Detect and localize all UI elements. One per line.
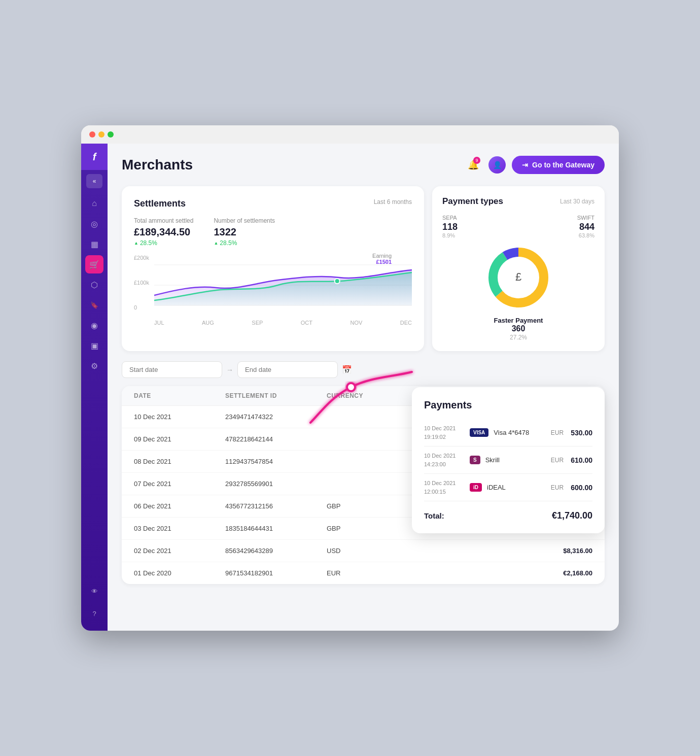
x-nov: NOV [350, 320, 362, 326]
user-avatar[interactable]: 👤 [488, 156, 506, 174]
table-row[interactable]: 02 Dec 2021 8563429643289 USD $8,316.00 [122, 540, 605, 562]
col-date: Date [134, 392, 225, 399]
payment-types-legend: SEPA 118 8.9% SWIFT 844 63.8% [442, 215, 594, 238]
sidebar-bottom: 👁 ? [85, 582, 103, 631]
payment-types-card: Payment types Last 30 days SEPA 118 8.9%… [432, 186, 605, 351]
browser-titlebar [81, 125, 619, 144]
sidebar-collapse-button[interactable]: « [86, 174, 102, 188]
total-value: £189,344.50 [134, 226, 193, 238]
faster-value: 360 [512, 324, 526, 333]
sidebar-item-settings[interactable]: ⚙ [85, 357, 103, 375]
sidebar-item-table[interactable]: ▦ [85, 235, 103, 253]
payment-types-header: Payment types Last 30 days [442, 196, 594, 207]
payment-date-1: 10 Dec 202119:19:02 [424, 424, 465, 441]
skrill-badge: S [470, 456, 480, 464]
row-amount: €2,168.00 [511, 569, 592, 577]
table-row[interactable]: 01 Dec 2020 9671534182901 EUR €2,168.00 [122, 562, 605, 584]
payments-total: Total: €1,740.00 [424, 503, 592, 521]
stat-total: Total ammount settled £189,344.50 28.5% [134, 217, 193, 247]
page-header: Merchants 🔔 9 👤 ⇥ Go to the Gateway [122, 156, 605, 174]
notification-button[interactable]: 🔔 9 [464, 156, 482, 174]
donut-chart: £ [442, 245, 594, 311]
sidebar-item-eye[interactable]: 👁 [85, 582, 103, 600]
swift-name: SWIFT [577, 215, 594, 221]
faster-pct: 27.2% [510, 334, 527, 341]
settings-icon: ⚙ [91, 361, 98, 371]
row-date: 07 Dec 2021 [134, 480, 225, 488]
payment-amount-3: 600.00 [571, 484, 592, 492]
eye-icon: 👁 [91, 588, 98, 595]
sidebar-item-merchants[interactable]: 🛒 [85, 255, 103, 273]
login-icon: ⇥ [522, 161, 528, 169]
count-value: 1322 [214, 226, 275, 238]
sidebar-item-help[interactable]: ? [85, 604, 103, 623]
payment-item-3[interactable]: 10 Dec 202112:00:15 iD iDEAL EUR 600.00 [424, 474, 592, 501]
skrill-name: Skrill [485, 456, 546, 464]
notification-badge: 9 [473, 157, 480, 164]
payment-item-1[interactable]: 10 Dec 202119:19:02 VISA Visa 4*6478 EUR… [424, 419, 592, 446]
cards-row: Settlements Last 6 months Total ammount … [122, 186, 605, 351]
visa-name: Visa 4*6478 [494, 429, 545, 436]
end-date-input[interactable] [237, 361, 338, 378]
calendar-icon[interactable]: 📅 [342, 365, 352, 374]
sidebar-item-chart[interactable]: ◉ [85, 316, 103, 334]
chevron-left-icon: « [93, 178, 96, 185]
payment-amount-1: 530.00 [571, 429, 592, 437]
visa-badge: VISA [470, 428, 488, 437]
settlements-title: Settlements [134, 198, 186, 209]
help-icon: ? [92, 610, 96, 617]
ideal-name: iDEAL [487, 484, 546, 491]
row-date: 10 Dec 2021 [134, 413, 225, 421]
row-date: 01 Dec 2020 [134, 569, 225, 577]
payment-types-title: Payment types [442, 196, 503, 207]
settlements-card-header: Settlements Last 6 months [134, 198, 412, 209]
sidebar-item-home[interactable]: ⌂ [85, 194, 103, 213]
swift-value: 844 [577, 222, 594, 232]
sidebar-logo[interactable]: f [81, 144, 108, 170]
payment-date-2: 10 Dec 202114:23:00 [424, 452, 465, 468]
total-change: 28.5% [134, 239, 193, 247]
sidebar-item-coins[interactable]: ◎ [85, 215, 103, 233]
dot-green[interactable] [108, 131, 114, 138]
row-id: 2349471474322 [225, 413, 327, 421]
payment-item-2[interactable]: 10 Dec 202114:23:00 S Skrill EUR 610.00 [424, 446, 592, 474]
row-id: 1129437547854 [225, 458, 327, 465]
y-label-200k: £200k [134, 255, 149, 261]
popup-title: Payments [424, 399, 592, 411]
sidebar-item-box[interactable]: ⬡ [85, 276, 103, 294]
col-settlement-id: Settlement ID [225, 392, 327, 399]
svg-text:£: £ [515, 270, 521, 283]
gateway-button[interactable]: ⇥ Go to the Gateway [512, 156, 605, 174]
settlements-chart: £200k £100k 0 Earning£1501 [134, 255, 412, 326]
sidebar-item-bookmark[interactable]: 🔖 [85, 296, 103, 314]
cart-icon: 🛒 [89, 260, 99, 269]
payment-date-3: 10 Dec 202112:00:15 [424, 479, 465, 496]
settlements-stats: Total ammount settled £189,344.50 28.5% … [134, 217, 412, 247]
row-currency: USD [327, 547, 511, 555]
start-date-input[interactable] [122, 361, 222, 378]
total-label: Total: [424, 511, 444, 520]
donut-svg: £ [485, 245, 551, 311]
row-id: 1835184644431 [225, 525, 327, 532]
dot-yellow[interactable] [98, 131, 104, 138]
dot-red[interactable] [89, 131, 95, 138]
row-id: 4356772312156 [225, 502, 327, 510]
arrow-icon: → [226, 366, 233, 374]
svg-point-3 [335, 279, 340, 284]
legend-swift: SWIFT 844 63.8% [577, 215, 594, 238]
faster-payment-legend: Faster Payment 360 27.2% [442, 317, 594, 341]
ideal-badge: iD [470, 483, 482, 492]
chart-earning: Earning£1501 [372, 253, 392, 265]
y-label-0: 0 [134, 304, 149, 311]
row-id: 4782218642144 [225, 435, 327, 443]
earning-value: £1501 [372, 259, 392, 265]
image-icon: ▣ [91, 341, 98, 351]
row-date: 09 Dec 2021 [134, 435, 225, 443]
swift-pct: 63.8% [577, 232, 594, 238]
sidebar-item-image[interactable]: ▣ [85, 336, 103, 355]
row-currency: EUR [327, 569, 511, 577]
row-amount: $8,316.00 [511, 547, 592, 555]
page-title: Merchants [122, 157, 193, 173]
chart-x-labels: JUL AUG SEP OCT NOV DEC [154, 320, 412, 326]
row-id: 2932785569901 [225, 480, 327, 488]
